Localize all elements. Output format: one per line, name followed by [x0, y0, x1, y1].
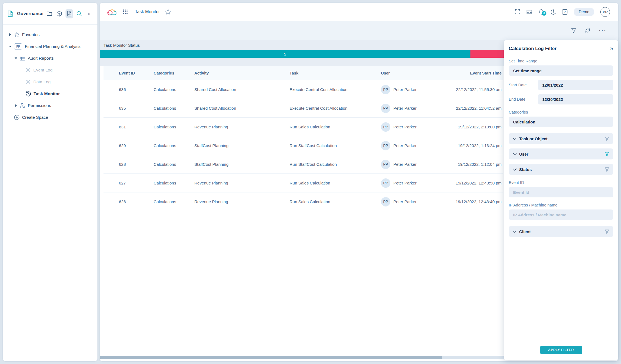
app-logo[interactable]: [107, 8, 118, 16]
sidebar-item-label: Event Log: [33, 68, 53, 73]
cell-activity: Revenue Planning: [194, 181, 290, 185]
cell-categories: Calculations: [154, 125, 194, 129]
col-header-activity[interactable]: Activity: [194, 71, 290, 75]
cell-event-start-time: 19/12/2022, 1:12:04 pm: [448, 162, 503, 167]
cell-categories: Calculations: [154, 106, 194, 111]
horizontal-scrollbar-thumb[interactable]: [100, 356, 442, 359]
refresh-icon[interactable]: [585, 28, 591, 33]
section-funnel-icon[interactable]: [604, 136, 609, 141]
cell-task: Execute Central Cost Allocation: [290, 106, 381, 111]
user-avatar[interactable]: PP: [600, 7, 610, 17]
caret-right-icon[interactable]: [15, 104, 17, 107]
cell-activity: StaffCost Planning: [194, 143, 290, 148]
caret-down-icon[interactable]: [15, 57, 17, 59]
cell-task: Run Sales Calculation: [290, 199, 381, 204]
notifications-bell-icon[interactable]: 0: [538, 9, 544, 15]
collapse-sidebar-icon[interactable]: «: [85, 9, 93, 18]
sidebar-item-label: Favorites: [22, 32, 40, 37]
sidebar-item-permissions[interactable]: Permissions: [3, 100, 97, 111]
sidebar-item-audit-reports[interactable]: Audit Reports: [3, 52, 97, 64]
more-options-icon[interactable]: ···: [599, 29, 607, 32]
ip-address-field[interactable]: [509, 209, 613, 220]
filter-section-user[interactable]: User: [509, 148, 613, 159]
cell-task: Execute Central Cost Allocation: [290, 87, 381, 92]
cell-event-start-time: 19/12/2022, 12:43:40 pm: [448, 199, 503, 204]
filter-section-status[interactable]: Status: [509, 164, 613, 175]
user-avatar: PP: [381, 141, 390, 150]
chevron-down-icon: [513, 136, 517, 140]
apps-grid-icon[interactable]: [123, 9, 128, 14]
sidebar-header: Governance «: [3, 3, 97, 25]
user-avatar: PP: [381, 85, 390, 94]
cell-user-name: Peter Parker: [393, 162, 416, 167]
help-icon[interactable]: ?: [562, 9, 568, 15]
chevron-down-icon: [513, 229, 517, 233]
categories-field[interactable]: [509, 117, 613, 127]
sidebar-item-label: Audit Reports: [28, 56, 54, 61]
sidebar-item-label: Financial Planning & Analysis: [25, 44, 80, 49]
svg-text:?: ?: [564, 10, 566, 14]
inbox-icon[interactable]: [526, 9, 532, 15]
filter-section-label: Client: [519, 229, 531, 234]
cell-user-name: Peter Parker: [393, 125, 416, 129]
table-row[interactable]: 631CalculationsRevenue PlanningRun Sales…: [103, 118, 503, 136]
sidebar-item-data-log[interactable]: Data Log: [3, 76, 97, 88]
cube-icon[interactable]: [56, 9, 63, 18]
col-header-user[interactable]: User: [381, 71, 448, 75]
plus-circle-icon: [14, 115, 20, 120]
horizontal-scrollbar-track[interactable]: [100, 356, 511, 359]
filter-section-task-or-object[interactable]: Task or Object: [509, 133, 613, 144]
col-header-event-start-time[interactable]: Event Start Time: [448, 71, 503, 75]
section-funnel-icon[interactable]: [604, 167, 609, 172]
environment-badge[interactable]: Demo: [574, 8, 594, 16]
col-header-event-id[interactable]: Event ID: [119, 71, 154, 75]
collapse-panel-icon[interactable]: »: [610, 46, 613, 52]
table-row[interactable]: 628CalculationsStaffCost PlanningRun Sta…: [103, 155, 503, 174]
sidebar-item-financial-planning-analysis[interactable]: FPFinancial Planning & Analysis: [3, 40, 97, 52]
col-header-categories[interactable]: Categories: [154, 71, 194, 75]
filter-funnel-icon[interactable]: [571, 28, 576, 33]
col-header-task[interactable]: Task: [290, 71, 381, 75]
cell-event-id: 629: [119, 143, 154, 148]
section-funnel-icon[interactable]: [604, 151, 609, 156]
search-icon[interactable]: [75, 9, 83, 18]
tools-icon: [26, 67, 31, 73]
user-avatar: PP: [381, 122, 390, 132]
user-avatar: PP: [381, 178, 390, 188]
sidebar-item-favorites[interactable]: Favorites: [3, 29, 97, 40]
sidebar-item-label: Task Monitor: [34, 91, 60, 96]
start-date-field[interactable]: [538, 80, 613, 90]
client-section-holder: Client: [509, 222, 613, 237]
report-file-icon[interactable]: [66, 9, 73, 18]
caret-right-icon[interactable]: [9, 33, 12, 36]
status-bar-segment-success[interactable]: 5: [100, 50, 470, 58]
cell-user-name: Peter Parker: [393, 199, 416, 204]
filter-section-client[interactable]: Client: [509, 226, 613, 237]
cell-event-start-time: 19/12/2022, 2:19:00 pm: [448, 125, 503, 129]
sidebar-tree: FavoritesFPFinancial Planning & Analysis…: [3, 25, 97, 123]
end-date-field[interactable]: [538, 94, 613, 104]
section-funnel-icon[interactable]: [604, 229, 609, 234]
table-row[interactable]: 626CalculationsRevenue PlanningRun Sales…: [103, 192, 503, 211]
table-row[interactable]: 627CalculationsRevenue PlanningRun Sales…: [103, 174, 503, 192]
dark-mode-moon-icon[interactable]: [550, 9, 556, 15]
filter-sections: Task or ObjectUserStatus: [509, 129, 613, 175]
folder-icon[interactable]: [45, 9, 53, 18]
sidebar-item-event-log[interactable]: Event Log: [3, 64, 97, 76]
caret-down-icon[interactable]: [9, 45, 12, 48]
table-row[interactable]: 635CalculationsShared Cost AllocationExe…: [103, 99, 503, 118]
table-toolbar: ···: [100, 21, 618, 40]
apply-filter-button[interactable]: APPLY FILTER: [540, 346, 582, 354]
sidebar-item-create-space[interactable]: Create Space: [3, 111, 97, 123]
event-id-label: Event ID: [509, 180, 613, 185]
favorite-star-icon[interactable]: [165, 9, 171, 15]
table-row[interactable]: 636CalculationsShared Cost AllocationExe…: [103, 80, 503, 99]
sidebar-item-label: Create Space: [22, 115, 48, 120]
table-row[interactable]: 629CalculationsStaffCost PlanningRun Sta…: [103, 136, 503, 155]
governance-doc-icon: [7, 10, 13, 17]
fullscreen-icon[interactable]: [515, 9, 520, 15]
cell-task: Run StaffCost Calculation: [290, 162, 381, 167]
sidebar-item-task-monitor[interactable]: Task Monitor: [3, 88, 97, 100]
event-id-field[interactable]: [509, 187, 613, 197]
time-range-field[interactable]: [509, 65, 613, 76]
